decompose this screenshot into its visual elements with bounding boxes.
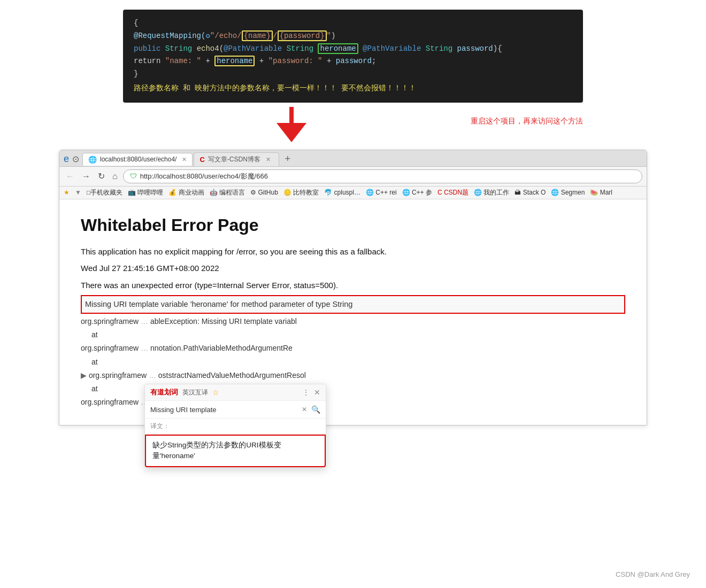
tab-active-label: localhost:8080/user/echo4/ — [100, 156, 176, 163]
error-highlighted-msg: Missing URI template variable 'heroname'… — [81, 295, 625, 314]
bookmark-work[interactable]: 🌐 我的工作 — [474, 188, 509, 197]
bookmark-commerce[interactable]: 💰 商业动画 — [168, 188, 204, 197]
bookmark-github[interactable]: ⚙ GitHub — [250, 189, 278, 196]
back-button[interactable]: ← — [64, 172, 76, 181]
secure-icon: 🛡 — [130, 172, 137, 180]
new-tab-button[interactable]: + — [280, 153, 295, 165]
tooltip-dots-icon[interactable]: ⋮ — [302, 388, 310, 397]
arrow-label: 重启这个项目，再来访问这个方法 — [471, 117, 583, 126]
error-line3: There was an unexpected error (type=Inte… — [81, 278, 625, 292]
stack-at-2: at — [81, 355, 625, 369]
address-text: http://localhost:8080/user/echo4/影魔/666 — [140, 172, 268, 181]
stack-line-3: ▶ org.springframew … oststractNamedValue… — [81, 369, 625, 382]
tooltip-action-buttons: ⋮ ✕ — [302, 388, 320, 397]
stack-line-1: org.springframew … ableException: Missin… — [81, 315, 625, 328]
address-bar[interactable]: 🛡 http://localhost:8080/user/echo4/影魔/66… — [123, 169, 642, 183]
browser-nav-bar: ← → ↻ ⌂ 🛡 http://localhost:8080/user/ech… — [59, 167, 647, 187]
youdao-lang: 英汉互译 — [182, 388, 208, 397]
code-line-method: public String echo4(@PathVariable String… — [134, 43, 572, 56]
bookmark-cplusplus[interactable]: 🐬 cpluspl… — [324, 189, 360, 196]
bookmarks-bar: ★ ▼ □手机收藏夹 📺 哔哩哔哩 💰 商业动画 🤖 编程语言 ⚙ GitHub… — [59, 187, 647, 199]
bookmark-cpp-ref2[interactable]: 🌐 C++ 参 — [402, 188, 432, 197]
error-line2: Wed Jul 27 21:45:16 GMT+08:00 2022 — [81, 261, 625, 275]
heroname-param-highlight: heroname — [318, 43, 358, 54]
stack-line-2: org.springframew … nnotation.PathVariabl… — [81, 342, 625, 355]
tab-globe-icon: 🌐 — [88, 156, 97, 164]
tooltip-search-icon[interactable]: 🔍 — [311, 405, 320, 414]
browser-settings-icon: ⊙ — [72, 154, 79, 164]
csdn-tab-icon: C — [199, 156, 204, 164]
tooltip-search-row: Missing URI template ✕ 🔍 — [145, 401, 326, 419]
tooltip-clear-icon[interactable]: ✕ — [302, 406, 307, 413]
tooltip-translation-result: 缺少String类型的方法参数的URI模板变量'heroname' — [145, 435, 326, 467]
heroname-return-highlight: heroname — [214, 56, 255, 66]
arrow-section: 重启这个项目，再来访问这个方法 — [123, 107, 583, 142]
code-line-return: return "name: " + heroname + "password: … — [134, 55, 572, 68]
code-line-close: } — [134, 68, 572, 81]
bookmark-segment[interactable]: 🌐 Segmen — [551, 189, 585, 196]
tooltip-header: 有道划词 英汉互译 ☆ ⋮ ✕ — [145, 384, 326, 401]
bookmark-csdn[interactable]: C CSDN题 — [438, 188, 469, 197]
home-button[interactable]: ⌂ — [110, 172, 120, 181]
code-line-mapping: @RequestMapping(✪"/echo/{name}/{password… — [134, 30, 572, 43]
refresh-button[interactable]: ↻ — [96, 171, 107, 181]
csdn-watermark: CSDN @Dark And Grey — [616, 570, 690, 578]
ie-icon: e — [64, 153, 69, 165]
forward-button[interactable]: → — [80, 172, 93, 181]
tooltip-search-text: Missing URI template — [150, 406, 297, 414]
bookmark-bilibili[interactable]: 📺 哔哩哔哩 — [128, 188, 163, 197]
tooltip-close-icon[interactable]: ✕ — [314, 388, 320, 397]
tooltip-translation-label: 译文： — [145, 419, 326, 435]
error-line1: This application has no explicit mapping… — [81, 245, 625, 259]
bookmark-bitcoin[interactable]: 🪙 比特教室 — [283, 188, 319, 197]
youdao-brand: 有道划词 — [150, 388, 178, 397]
bookmark-mobile[interactable]: □手机收藏夹 — [87, 188, 122, 197]
bookmark-cpp-ref[interactable]: 🌐 C++ rei — [366, 189, 397, 196]
path-password-highlight: {password} — [278, 30, 327, 41]
bookmark-marl[interactable]: 🍉 Marl — [590, 189, 612, 196]
code-block: { @RequestMapping(✪"/echo/{name}/{passwo… — [123, 10, 583, 103]
bookmark-triangle: ▼ — [75, 189, 81, 196]
bookmark-stack[interactable]: 🏔 Stack O — [515, 189, 546, 196]
browser-tab-csdn[interactable]: C 写文章-CSDN博客 ✕ — [194, 152, 279, 166]
tab-csdn-label: 写文章-CSDN博客 — [208, 155, 260, 164]
browser-tabs-bar: e ⊙ 🌐 localhost:8080/user/echo4/ ✕ C 写文章… — [59, 150, 647, 167]
browser-tab-active[interactable]: 🌐 localhost:8080/user/echo4/ ✕ — [82, 153, 193, 166]
youdao-tooltip: 有道划词 英汉互译 ☆ ⋮ ✕ Missing URI template ✕ 🔍… — [144, 384, 326, 468]
code-warning: 路径参数名称 和 映射方法中的参数名称，要一模一样！！！ 要不然会报错！！！！ — [134, 83, 572, 95]
bookmark-coding[interactable]: 🤖 编程语言 — [210, 188, 245, 197]
path-name-highlight: {name} — [242, 30, 273, 41]
code-line-brace: { — [134, 17, 572, 30]
star-icon: ★ — [64, 189, 70, 196]
tab-csdn-close[interactable]: ✕ — [266, 156, 271, 163]
tab-close-button[interactable]: ✕ — [182, 156, 187, 163]
down-arrow — [270, 107, 313, 142]
error-page-title: Whitelabel Error Page — [81, 215, 625, 235]
stack-at-1: at — [81, 328, 625, 342]
youdao-star-icon[interactable]: ☆ — [212, 388, 219, 397]
